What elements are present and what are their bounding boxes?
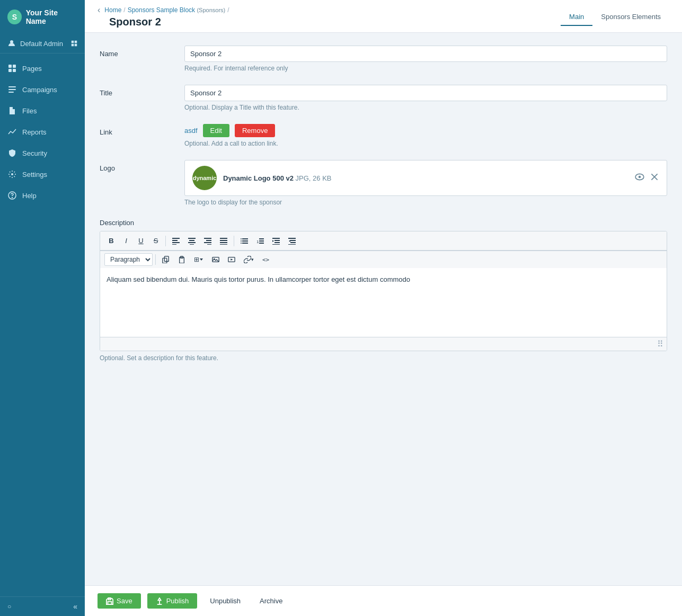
editor-resize-handle[interactable]: ⠿ (100, 337, 667, 351)
title-hint: Optional. Display a Title with this feat… (184, 104, 667, 111)
image-button[interactable] (208, 254, 223, 265)
link-button[interactable]: ▾ (240, 254, 258, 265)
svg-rect-4 (75, 44, 77, 47)
sidebar-item-label: Pages (22, 65, 42, 73)
link-remove-button[interactable]: Remove (235, 124, 275, 137)
sidebar-item-campaigns[interactable]: Campaigns (0, 79, 85, 100)
align-right-button[interactable] (200, 235, 215, 247)
svg-rect-46 (272, 244, 280, 245)
tab-sponsors-elements[interactable]: Sponsors Elements (592, 8, 669, 26)
sidebar-item-help[interactable]: Help (0, 185, 85, 206)
svg-rect-34 (242, 238, 248, 239)
logo-field: dynamic Dynamic Logo 500 v2 JPG, 26 KB (184, 160, 667, 206)
main-wrapper: ‹ Home / Sponsors Sample Block (Sponsors… (85, 0, 682, 616)
svg-rect-22 (189, 240, 194, 241)
align-center-button[interactable] (184, 235, 199, 247)
bold-button[interactable]: B (104, 235, 118, 247)
sidebar-item-label: Help (22, 192, 37, 200)
link-row: Link asdf Edit Remove Optional. Add a ca… (100, 124, 667, 147)
save-button[interactable]: Save (98, 593, 141, 609)
link-edit-button[interactable]: Edit (203, 124, 229, 137)
align-justify-button[interactable] (216, 235, 231, 247)
svg-rect-24 (190, 244, 194, 245)
copy-button[interactable] (158, 254, 173, 265)
align-left-button[interactable] (169, 235, 183, 247)
editor-content[interactable]: Aliquam sed bibendum dui. Mauris quis to… (100, 268, 667, 337)
unordered-list-icon (241, 237, 248, 245)
svg-point-35 (241, 240, 242, 242)
source-button[interactable]: <> (259, 254, 273, 265)
ordered-list-icon: 1. (256, 237, 264, 245)
indent-button[interactable] (269, 235, 284, 247)
paragraph-select[interactable]: Paragraph (104, 253, 153, 266)
breadcrumb-sponsors[interactable]: Sponsors Sample Block (Sponsors) (128, 6, 226, 14)
sidebar: S Your Site Name Default Admin Pages Cam… (0, 0, 85, 616)
svg-rect-9 (8, 86, 16, 87)
media-button[interactable] (224, 254, 239, 265)
toolbar-sep3 (155, 254, 156, 265)
svg-rect-18 (172, 240, 178, 241)
publish-button[interactable]: Publish (147, 593, 198, 609)
sidebar-item-pages[interactable]: Pages (0, 58, 85, 79)
breadcrumb-home[interactable]: Home (104, 6, 121, 14)
svg-rect-59 (108, 601, 112, 604)
logo-actions (635, 172, 659, 184)
campaigns-icon (7, 85, 17, 94)
align-justify-icon (220, 237, 227, 245)
svg-rect-31 (220, 242, 227, 243)
link-controls: asdf Edit Remove (184, 124, 667, 137)
description-section: Description B I U S (100, 219, 667, 362)
tab-main[interactable]: Main (561, 8, 592, 26)
outdent-button[interactable] (285, 235, 299, 247)
svg-rect-26 (206, 240, 211, 241)
breadcrumb-sep2: / (227, 6, 229, 14)
link-value[interactable]: asdf (184, 127, 198, 135)
sidebar-item-reports[interactable]: Reports (0, 121, 85, 142)
logo-info: dynamic Dynamic Logo 500 v2 JPG, 26 KB (192, 166, 332, 190)
svg-rect-40 (259, 238, 264, 239)
svg-rect-38 (242, 243, 248, 244)
align-center-icon (188, 237, 196, 245)
svg-rect-45 (274, 242, 280, 243)
site-logo[interactable]: S Your Site Name (0, 0, 85, 34)
sidebar-collapse-button[interactable]: « (73, 602, 77, 611)
svg-rect-21 (188, 238, 196, 239)
svg-rect-27 (204, 242, 211, 243)
sidebar-item-settings[interactable]: Settings (0, 164, 85, 185)
svg-rect-44 (274, 240, 280, 241)
logo-remove-button[interactable] (650, 172, 659, 184)
title-input[interactable] (184, 85, 667, 101)
unordered-list-button[interactable] (237, 235, 252, 247)
svg-point-14 (12, 198, 13, 198)
italic-button[interactable]: I (119, 235, 133, 247)
title-label: Title (100, 85, 184, 97)
name-input[interactable] (184, 46, 667, 62)
sidebar-item-security[interactable]: Security (0, 142, 85, 164)
user-menu[interactable]: Default Admin (0, 34, 85, 53)
svg-point-16 (639, 176, 641, 178)
svg-rect-36 (242, 240, 248, 242)
unpublish-button[interactable]: Unpublish (203, 593, 247, 609)
ordered-list-button[interactable]: 1. (253, 235, 268, 247)
copy-icon (162, 256, 170, 263)
logo-view-button[interactable] (635, 172, 644, 184)
svg-rect-1 (72, 41, 74, 43)
title-field: Optional. Display a Title with this feat… (184, 85, 667, 111)
svg-rect-43 (272, 238, 280, 239)
sidebar-item-label: Reports (22, 128, 47, 136)
svg-rect-25 (204, 238, 211, 239)
underline-button[interactable]: U (134, 235, 148, 247)
archive-button[interactable]: Archive (253, 593, 289, 609)
strikethrough-button[interactable]: S (149, 235, 163, 247)
sidebar-item-files[interactable]: Files (0, 100, 85, 121)
svg-rect-49 (290, 242, 296, 243)
svg-rect-11 (8, 92, 14, 93)
table-button[interactable]: ⊞ (190, 254, 207, 265)
paste-button[interactable] (174, 254, 189, 265)
back-button[interactable]: ‹ (98, 5, 100, 15)
sidebar-footer: ○ « (0, 596, 85, 616)
svg-rect-48 (290, 240, 296, 241)
toolbar-sep2 (234, 236, 234, 246)
page-title: Sponsor 2 (109, 16, 161, 28)
admin-icon (71, 40, 77, 47)
